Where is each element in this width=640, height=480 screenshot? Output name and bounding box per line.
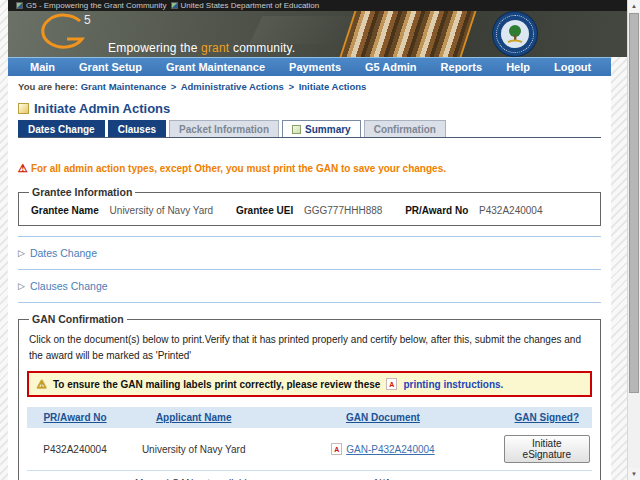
window-titlebar: G5 - Empowering the Grant Community Unit… [8, 0, 627, 11]
page-content: Initiate Admin Actions Dates Change Clau… [8, 101, 611, 480]
pdf-icon[interactable]: A [331, 443, 342, 455]
pr-award-no-label: PR/Award No [405, 205, 468, 216]
vertical-scrollbar[interactable]: ▲ ▼ [627, 0, 640, 480]
app-window: G5 - Empowering the Grant Community Unit… [8, 0, 627, 480]
breadcrumb-separator: > [169, 81, 179, 92]
expand-arrow-icon: ▷ [18, 281, 25, 291]
page-title-icon [18, 103, 29, 114]
cell-gan-document: A GAN-P432A240004 [264, 428, 501, 471]
table-row: P432A240004 University of Navy Yard A GA… [27, 428, 592, 471]
window-tab-doe[interactable]: United States Department of Education [171, 1, 320, 10]
printing-notice-text: To ensure the GAN mailing labels print c… [53, 379, 381, 390]
cell-gan-document: N/A [264, 471, 501, 480]
page-icon [16, 2, 23, 9]
col-header-gan-document[interactable]: GAN Document [264, 407, 501, 428]
nav-item-grant-setup[interactable]: Grant Setup [67, 61, 154, 73]
nav-item-payments[interactable]: Payments [277, 61, 353, 73]
page-icon [171, 2, 178, 9]
scrollbar-thumb[interactable] [629, 13, 639, 393]
divider [18, 269, 601, 270]
table-row: Merged GAN not available N/A [27, 471, 592, 480]
red-alert-icon: ⚠ [18, 163, 28, 174]
gan-documents-table: PR/Award No Applicant Name GAN Document … [27, 407, 592, 480]
table-header-row: PR/Award No Applicant Name GAN Document … [27, 407, 592, 428]
page-title-text: Initiate Admin Actions [34, 101, 170, 116]
breadcrumb: You are here: Grant Maintenance > Admini… [8, 76, 611, 94]
gan-document-link[interactable]: GAN-P432A240004 [346, 444, 434, 455]
tab-strip: Dates Change Clauses Packet Information … [18, 120, 601, 138]
clauses-change-toggle[interactable]: ▷ Clauses Change [18, 280, 601, 292]
dates-change-toggle[interactable]: ▷ Dates Change [18, 247, 601, 259]
tab-summary[interactable]: Summary [282, 120, 361, 137]
col-header-gan-signed[interactable]: GAN Signed? [502, 407, 592, 428]
scroll-down-button[interactable]: ▼ [628, 468, 640, 480]
grantee-uei-value: GGG777HHH888 [304, 205, 382, 216]
dates-change-toggle-label: Dates Change [30, 247, 97, 259]
tab-confirmation: Confirmation [364, 120, 446, 137]
cell-applicant-name: University of Navy Yard [123, 428, 264, 471]
cell-applicant-name: Merged GAN not available [123, 471, 264, 480]
printing-notice-banner: ⚠ To ensure the GAN mailing labels print… [27, 371, 592, 397]
breadcrumb-link-grant-maintenance[interactable]: Grant Maintenance [81, 81, 167, 92]
window-tab-label: United States Department of Education [181, 1, 320, 10]
tab-clauses[interactable]: Clauses [108, 120, 166, 137]
breadcrumb-separator: > [286, 81, 296, 92]
grantee-information-legend: Grantee Information [29, 186, 135, 198]
cell-gan-signed: Initiate eSignature [502, 428, 592, 471]
col-header-pr-award-no[interactable]: PR/Award No [27, 407, 123, 428]
main-panel: Main Grant Setup Grant Maintenance Payme… [8, 57, 611, 480]
app-banner: 5 Empowering the grant community. [8, 11, 627, 57]
admin-action-warning: ⚠ For all admin action types, except Oth… [18, 163, 601, 174]
cell-award-no: P432A240004 [27, 428, 123, 471]
nav-item-reports[interactable]: Reports [429, 61, 495, 73]
printing-instructions-link[interactable]: printing instructions. [403, 379, 503, 390]
breadcrumb-link-admin-actions[interactable]: Administrative Actions [181, 81, 284, 92]
seal-tree-icon [501, 20, 529, 48]
admin-action-warning-text: For all admin action types, except Other… [31, 163, 446, 174]
current-tab-icon [292, 125, 301, 134]
pdf-icon[interactable]: A [386, 378, 397, 390]
window-tab-g5[interactable]: G5 - Empowering the Grant Community [16, 1, 167, 10]
nav-item-main[interactable]: Main [18, 61, 67, 73]
cell-award-no [27, 471, 123, 480]
scroll-up-button[interactable]: ▲ [628, 0, 640, 12]
grantee-name-value: University of Navy Yard [110, 205, 214, 216]
bookshelf-image [340, 11, 477, 57]
divider [18, 302, 601, 303]
pr-award-no-value: P432A240004 [479, 205, 542, 216]
main-navbar: Main Grant Setup Grant Maintenance Payme… [8, 57, 611, 76]
gan-confirmation-box: GAN Confirmation Click on the document(s… [18, 313, 601, 480]
initiate-esignature-button[interactable]: Initiate eSignature [504, 435, 590, 463]
dept-of-education-seal [493, 12, 537, 56]
nav-item-grant-maintenance[interactable]: Grant Maintenance [154, 61, 277, 73]
cell-gan-signed [502, 471, 592, 480]
gan-description: Click on the document(s) below to print.… [29, 332, 590, 363]
grantee-uei-label: Grantee UEI [236, 205, 293, 216]
tab-packet-information: Packet Information [169, 120, 279, 137]
tab-dates-change[interactable]: Dates Change [18, 120, 105, 137]
nav-item-help[interactable]: Help [494, 61, 542, 73]
breadcrumb-label: You are here: [18, 81, 78, 92]
expand-arrow-icon: ▷ [18, 248, 25, 258]
grantee-information-box: Grantee Information Grantee Name Univers… [18, 186, 601, 226]
col-header-applicant-name[interactable]: Applicant Name [123, 407, 264, 428]
nav-item-g5-admin[interactable]: G5 Admin [353, 61, 429, 73]
divider [18, 236, 601, 237]
g5-logo-five: 5 [84, 13, 91, 27]
nav-item-logout[interactable]: Logout [542, 61, 603, 73]
clauses-change-toggle-label: Clauses Change [30, 280, 108, 292]
grantee-name-label: Grantee Name [31, 205, 99, 216]
window-tab-label: G5 - Empowering the Grant Community [26, 1, 167, 10]
page-title: Initiate Admin Actions [18, 101, 601, 116]
yellow-warning-icon: ⚠ [37, 379, 47, 390]
breadcrumb-link-initiate-actions[interactable]: Initiate Actions [299, 81, 367, 92]
banner-tagline: Empowering the grant community. [108, 41, 295, 55]
gan-confirmation-legend: GAN Confirmation [29, 313, 127, 325]
grantee-information-row: Grantee Name University of Navy Yard Gra… [27, 201, 592, 218]
